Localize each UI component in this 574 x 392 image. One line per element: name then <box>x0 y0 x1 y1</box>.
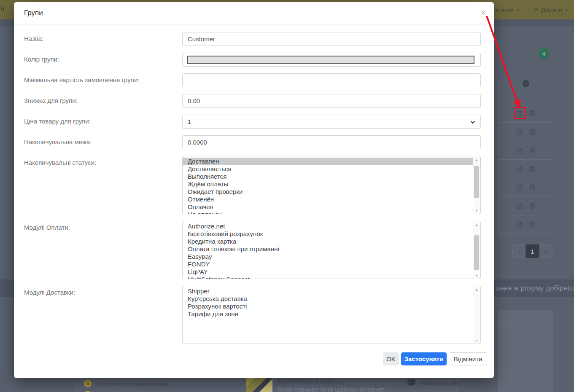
price-label: Ціна товару для групи: <box>24 115 182 129</box>
delete-icon[interactable] <box>529 202 536 209</box>
edit-icon[interactable] <box>516 147 523 154</box>
cumulative-statuses-listbox[interactable]: ДоставленДоставляєтьсяВыполняетсяЖдём оп… <box>182 156 481 214</box>
form-row-min-order: Мінімальна вартість замовлення групи: <box>24 73 481 87</box>
navbar-left-text-fragment: іт <box>1 5 5 12</box>
article-subtitle: Яким повинен бути шаблон інтернет- <box>277 386 386 392</box>
group-color-label: Колір групи: <box>24 53 182 67</box>
form-row-name: Назва: <box>24 32 481 46</box>
select-option[interactable]: Не оплачен <box>183 211 480 214</box>
divider <box>502 325 549 325</box>
list-item-number-badge: 5 <box>84 380 92 387</box>
catalog-menu-label: Каталог <box>491 6 515 13</box>
select-option[interactable]: Безготівковий розрахунок <box>183 230 480 238</box>
catalog-menu[interactable]: Каталог ▾ <box>491 6 519 13</box>
select-option[interactable]: Ждём оплаты <box>183 180 480 188</box>
table-body <box>499 104 553 234</box>
select-option[interactable]: FONDY <box>183 260 480 268</box>
delete-icon[interactable] <box>529 221 536 228</box>
table-header-cell: i <box>499 76 553 104</box>
edit-icon[interactable] <box>516 202 523 209</box>
select-option[interactable]: Оплачен <box>183 203 480 211</box>
delete-icon[interactable] <box>529 165 536 172</box>
pagination-next-button[interactable]: › <box>539 244 552 258</box>
delete-icon[interactable] <box>529 147 536 154</box>
price-select[interactable]: 1 <box>182 115 481 129</box>
footer-quote-text: ання ж розуму добірніше від ср <box>496 279 574 297</box>
scrollbar[interactable]: ▲ ▼ <box>473 222 480 278</box>
form-row-cumulative-statuses: Накопичувальні статуси: ДоставленДоставл… <box>24 156 481 214</box>
add-group-button[interactable]: + <box>539 48 550 59</box>
edit-icon[interactable] <box>516 221 523 228</box>
select-option[interactable]: Оплата готівкою при отриманні <box>183 245 480 253</box>
close-icon[interactable]: × <box>478 7 489 18</box>
payment-modules-listbox[interactable]: Authorize.netБезготівковий розрахунокКре… <box>182 221 481 279</box>
pagination: ‹ 1 › <box>512 244 552 258</box>
form-row-price: Ціна товару для групи: 1 <box>24 115 481 129</box>
scroll-down-icon[interactable]: ▼ <box>473 272 480 278</box>
apply-button[interactable]: Застосувати <box>401 352 447 365</box>
site-link[interactable]: solomono.net <box>420 379 458 387</box>
payment-modules-label: Модулі Оплати: <box>24 221 182 279</box>
delete-icon[interactable] <box>529 184 536 191</box>
select-option[interactable]: MultiSafepay Connect <box>183 276 480 279</box>
footer-list-item-link[interactable]: Робота з зображеннями <box>98 380 169 387</box>
plus-icon: + <box>542 50 546 58</box>
select-option[interactable]: Ожидает проверки <box>183 188 480 196</box>
cancel-button[interactable]: Відмінити <box>449 352 487 365</box>
scroll-down-icon[interactable]: ▼ <box>473 337 480 343</box>
plus-icon: + <box>534 5 538 14</box>
cumulative-limit-input[interactable] <box>182 135 481 149</box>
options-list: ShipperКур'єрська доставкаРозрахунок вар… <box>183 287 480 318</box>
name-input[interactable] <box>182 32 481 46</box>
modal-title: Групи <box>24 9 43 17</box>
select-option[interactable]: Кредитна картка <box>183 238 480 245</box>
groups-table: i <box>499 76 553 234</box>
select-option[interactable]: Shipper <box>183 287 480 295</box>
form-row-color: Колір групи: <box>24 53 481 67</box>
select-option[interactable]: Выполняется <box>183 173 480 180</box>
pagination-prev-button[interactable]: ‹ <box>512 244 525 258</box>
delete-icon[interactable] <box>529 128 536 135</box>
ok-button[interactable]: OK <box>383 352 399 365</box>
discount-input[interactable] <box>182 94 481 108</box>
select-option[interactable]: Розрахунок вартості <box>183 303 480 310</box>
screen: іт Каталог ▾ + Додати ▾ + i <box>0 0 574 392</box>
table-row <box>499 160 553 178</box>
scrollbar-thumb[interactable] <box>474 166 479 198</box>
modal-footer: OK Застосувати Відмінити <box>383 352 487 365</box>
scroll-down-icon[interactable]: ▼ <box>473 207 480 213</box>
edit-icon[interactable] <box>516 110 523 117</box>
scroll-up-icon[interactable]: ▲ <box>473 287 480 293</box>
select-option[interactable]: Доставляється <box>183 165 480 173</box>
select-option[interactable]: Кур'єрська доставка <box>183 295 480 303</box>
footer-right-card <box>498 310 553 392</box>
table-row <box>499 178 553 197</box>
chevron-down-icon: ▾ <box>517 7 519 12</box>
group-color-input[interactable] <box>182 53 481 67</box>
edit-icon[interactable] <box>516 165 523 172</box>
scroll-up-icon[interactable]: ▲ <box>473 157 480 163</box>
form-row-payment-modules: Модулі Оплати: Authorize.netБезготівкови… <box>24 221 481 279</box>
table-row <box>499 215 553 234</box>
min-order-input[interactable] <box>182 73 481 87</box>
name-label: Назва: <box>24 32 182 46</box>
edit-icon[interactable] <box>516 128 523 135</box>
select-option[interactable]: Easypay <box>183 253 480 260</box>
cumulative-limit-label: Накопичувальна межа: <box>24 135 182 149</box>
delete-icon[interactable] <box>529 110 536 117</box>
add-menu[interactable]: + Додати ▾ <box>534 5 567 14</box>
scroll-up-icon[interactable]: ▲ <box>473 222 480 228</box>
select-option[interactable]: Authorize.net <box>183 223 480 230</box>
add-menu-label: Додати <box>541 6 562 13</box>
select-option[interactable]: Тарифи для зони <box>183 310 480 318</box>
info-icon: i <box>523 80 529 87</box>
edit-icon[interactable] <box>516 184 523 191</box>
scrollbar[interactable]: ▲ ▼ <box>473 287 480 343</box>
select-option[interactable]: LiqPAY <box>183 268 480 276</box>
scrollbar[interactable]: ▲ ▼ <box>473 157 480 213</box>
shipping-modules-listbox[interactable]: ShipperКур'єрська доставкаРозрахунок вар… <box>182 286 481 344</box>
scrollbar-thumb[interactable] <box>474 235 479 270</box>
pagination-current-page[interactable]: 1 <box>525 244 539 258</box>
select-option[interactable]: Доставлен <box>183 158 480 165</box>
select-option[interactable]: Отменён <box>183 196 480 203</box>
